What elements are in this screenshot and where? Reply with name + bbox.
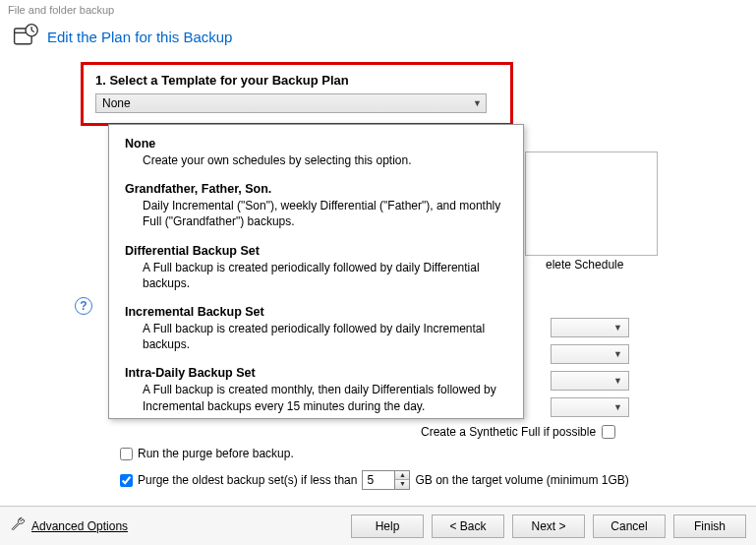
purge-oldest-label-post: GB on the target volume (minimum 1GB) (415, 473, 628, 487)
page-title: Edit the Plan for this Backup (47, 29, 232, 45)
calendar-clock-icon (12, 22, 39, 52)
template-option-differential[interactable]: Differential Backup Set A Full backup is… (109, 240, 523, 301)
template-option-gfs[interactable]: Grandfather, Father, Son. Daily Incremen… (109, 178, 523, 239)
bottom-toolbar: Advanced Options Help < Back Next > Canc… (0, 506, 756, 545)
purge-gb-input[interactable] (363, 471, 394, 489)
template-dropdown[interactable]: None ▼ (95, 93, 487, 113)
template-section: 1. Select a Template for your Backup Pla… (94, 62, 756, 126)
page-header: Edit the Plan for this Backup (0, 18, 756, 62)
template-option-desc: A Full backup is created monthly, then d… (143, 382, 507, 413)
chevron-down-icon: ▼ (613, 349, 622, 359)
retention-dropdown-3[interactable]: ▼ (551, 371, 629, 391)
template-option-desc: A Full backup is created periodically fo… (143, 321, 507, 352)
template-option-title: Grandfather, Father, Son. (125, 182, 507, 196)
advanced-options-link[interactable]: Advanced Options (10, 516, 128, 535)
retention-dropdown-1[interactable]: ▼ (551, 318, 629, 337)
purge-oldest-label-pre: Purge the oldest backup set(s) if less t… (138, 473, 357, 487)
template-option-title: None (125, 137, 507, 151)
spinner-down-icon[interactable]: ▼ (395, 480, 409, 489)
chevron-down-icon: ▼ (613, 402, 622, 412)
template-option-none[interactable]: None Create your own schedules by select… (109, 133, 523, 178)
help-icon[interactable]: ? (75, 297, 92, 315)
run-purge-label: Run the purge before backup. (138, 447, 294, 460)
window-title: File and folder backup (0, 0, 756, 18)
schedule-preview-box (525, 151, 658, 256)
template-option-title: Differential Backup Set (125, 244, 507, 258)
template-section-title: 1. Select a Template for your Backup Pla… (95, 73, 498, 88)
retention-dropdown-4[interactable]: ▼ (551, 397, 629, 417)
run-purge-row: Run the purge before backup. (120, 447, 294, 460)
delete-schedule-label[interactable]: elete Schedule (546, 258, 623, 272)
advanced-options-label: Advanced Options (31, 519, 128, 533)
template-option-desc: Daily Incremental ("Son"), weekly Differ… (143, 198, 507, 229)
chevron-down-icon: ▼ (613, 376, 622, 386)
purge-oldest-row: Purge the oldest backup set(s) if less t… (120, 470, 629, 490)
template-option-title: Incremental Backup Set (125, 305, 507, 319)
template-option-incremental[interactable]: Incremental Backup Set A Full backup is … (109, 301, 523, 362)
chevron-down-icon: ▼ (613, 323, 622, 333)
purge-gb-spinner[interactable]: ▲ ▼ (362, 470, 410, 490)
synthetic-full-checkbox[interactable] (602, 425, 615, 439)
help-button[interactable]: Help (351, 515, 424, 538)
cancel-button[interactable]: Cancel (593, 515, 666, 538)
template-option-desc: A Full backup is created periodically fo… (143, 260, 507, 291)
run-purge-checkbox[interactable] (120, 448, 133, 460)
template-dropdown-panel[interactable]: None Create your own schedules by select… (108, 124, 524, 419)
synthetic-full-row: Create a Synthetic Full if possible (421, 425, 615, 439)
wrench-icon (10, 516, 26, 535)
next-button[interactable]: Next > (512, 515, 585, 538)
finish-button[interactable]: Finish (673, 515, 746, 538)
chevron-down-icon: ▼ (473, 98, 482, 108)
template-option-intradaily[interactable]: Intra-Daily Backup Set A Full backup is … (109, 362, 523, 419)
retention-dropdown-2[interactable]: ▼ (551, 344, 629, 364)
template-option-title: Intra-Daily Backup Set (125, 366, 507, 380)
template-dropdown-value: None (102, 96, 131, 110)
synthetic-full-label: Create a Synthetic Full if possible (421, 425, 596, 439)
template-highlight-box: 1. Select a Template for your Backup Pla… (81, 62, 513, 126)
template-option-desc: Create your own schedules by selecting t… (143, 152, 507, 168)
purge-oldest-checkbox[interactable] (120, 474, 133, 487)
spinner-up-icon[interactable]: ▲ (395, 471, 409, 480)
back-button[interactable]: < Back (432, 515, 504, 538)
